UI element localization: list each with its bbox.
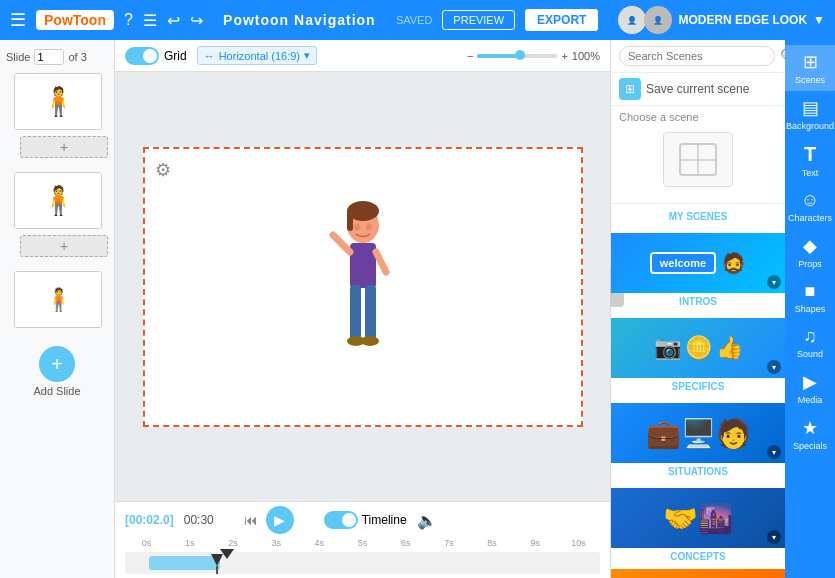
slide-add-icon-2[interactable]: + bbox=[20, 235, 108, 257]
zoom-bar[interactable] bbox=[477, 54, 557, 58]
specifics-arrow: ▾ bbox=[767, 360, 781, 374]
text-icon: T bbox=[804, 143, 816, 166]
scene-placeholder[interactable] bbox=[663, 132, 733, 187]
save-scene-icon: ⊞ bbox=[619, 78, 641, 100]
play-icon: ▶ bbox=[274, 512, 285, 528]
sidebar-item-sound[interactable]: ♫ Sound bbox=[785, 320, 835, 365]
specifics-thumb-img: 📷 🪙 👍 bbox=[611, 318, 785, 378]
sidebar-item-background[interactable]: ▤ Background bbox=[785, 91, 835, 137]
export-button[interactable]: EXPORT bbox=[525, 9, 598, 31]
timeline-toggle-switch[interactable] bbox=[324, 511, 358, 529]
svg-rect-3 bbox=[350, 243, 376, 288]
notes-icon[interactable]: ☰ bbox=[143, 11, 157, 30]
slide-thumb-inner-2: 🧍 bbox=[15, 173, 101, 228]
ruler-7s: 7s bbox=[427, 538, 470, 548]
timeline-pin[interactable] bbox=[211, 554, 223, 574]
specifics-section: 📷 🪙 👍 ▾ SPECIFICS bbox=[611, 314, 785, 399]
scenes-search-bar: 🔍 bbox=[611, 40, 785, 73]
grid-toggle-switch[interactable] bbox=[125, 47, 159, 65]
saved-status: SAVED bbox=[396, 14, 432, 26]
situations-thumbnail[interactable]: 💼🖥️🧑 ▾ bbox=[611, 403, 785, 463]
canvas-toolbar: Grid ↔ Horizontal (16:9) ▾ − + 100% bbox=[115, 40, 610, 72]
sidebar-item-text[interactable]: T Text bbox=[785, 137, 835, 184]
grid-label: Grid bbox=[164, 49, 187, 63]
timeline-track[interactable] bbox=[125, 552, 600, 574]
scenes-search-input[interactable] bbox=[619, 46, 775, 66]
redo-icon[interactable]: ↪ bbox=[190, 11, 203, 30]
ruler-5s: 5s bbox=[341, 538, 384, 548]
play-button[interactable]: ▶ bbox=[266, 506, 294, 534]
intros-label: INTROS bbox=[611, 293, 785, 310]
icon-sidebar: ⊞ Scenes ▤ Background T Text ☺ Character… bbox=[785, 40, 835, 578]
timeline-toggle: Timeline bbox=[324, 511, 407, 529]
grid-toggle[interactable]: Grid bbox=[125, 47, 187, 65]
props-icon-label: Props bbox=[798, 259, 822, 269]
concepts-label: CONCEPTS bbox=[611, 548, 785, 565]
situations-arrow: ▾ bbox=[767, 445, 781, 459]
situations-thumb-img: 💼🖥️🧑 bbox=[611, 403, 785, 463]
slide-row-2: 02 🧍 bbox=[0, 168, 114, 233]
help-icon[interactable]: ? bbox=[124, 11, 133, 29]
svg-point-9 bbox=[361, 336, 379, 346]
canvas-frame[interactable]: ⚙ bbox=[143, 147, 583, 427]
intros-thumbnail[interactable]: welcome 🧔 ▾ bbox=[611, 233, 785, 293]
slide-character-3: 🧍 bbox=[45, 287, 72, 313]
my-scenes-section: MY SCENES bbox=[611, 204, 785, 229]
ruler-1s: 1s bbox=[168, 538, 211, 548]
toggle-knob bbox=[143, 49, 157, 63]
svg-rect-7 bbox=[365, 285, 376, 340]
scenes-icon-label: Scenes bbox=[795, 75, 825, 85]
step-back-icon[interactable]: ⏮ bbox=[244, 512, 258, 528]
scenes-icon: ⊞ bbox=[803, 51, 818, 73]
hamburger-menu[interactable]: ☰ bbox=[10, 9, 26, 31]
aspect-icon: ↔ bbox=[204, 50, 215, 62]
profile-dropdown-arrow[interactable]: ▼ bbox=[813, 13, 825, 27]
pin-arrow bbox=[211, 554, 223, 566]
main-layout: Slide of 3 01 🧍 + 02 🧍 + bbox=[0, 40, 835, 578]
svg-point-11 bbox=[366, 223, 372, 230]
preview-button[interactable]: PREVIEW bbox=[442, 10, 515, 30]
ruler-4s: 4s bbox=[298, 538, 341, 548]
ruler-marks: 0s 1s 2s 3s 4s 5s 6s 7s 8s 9s 10s bbox=[125, 538, 600, 548]
slide-thumbnail-1[interactable]: 🧍 bbox=[14, 73, 102, 130]
sound-icon: ♫ bbox=[803, 326, 817, 347]
save-scene-label: Save current scene bbox=[646, 82, 749, 96]
slide-thumbnail-2[interactable]: 🧍 bbox=[14, 172, 102, 229]
chevron-down-icon: ▾ bbox=[304, 49, 310, 62]
slide-thumbnail-3[interactable]: 🧍 bbox=[14, 271, 102, 328]
app-logo: PowToon bbox=[36, 10, 114, 30]
slide-number-input[interactable] bbox=[34, 49, 64, 65]
user-profile: 👤 👤 MODERN EDGE LOOK ▼ bbox=[618, 6, 825, 34]
sidebar-item-media[interactable]: ▶ Media bbox=[785, 365, 835, 411]
total-duration: 00:30 bbox=[184, 513, 214, 527]
get-started-banner[interactable]: 📢 GET STARTED CLICK HERE bbox=[611, 569, 785, 578]
sidebar-item-characters[interactable]: ☺ Characters bbox=[785, 184, 835, 229]
background-icon-label: Background bbox=[786, 121, 834, 131]
character-figure bbox=[318, 197, 408, 377]
aspect-ratio-dropdown[interactable]: ↔ Horizontal (16:9) ▾ bbox=[197, 46, 317, 65]
sound-icon-label: Sound bbox=[797, 349, 823, 359]
canvas-gear-icon[interactable]: ⚙ bbox=[155, 159, 171, 181]
zoom-minus[interactable]: − bbox=[467, 50, 473, 62]
canvas-area: Grid ↔ Horizontal (16:9) ▾ − + 100% ⚙ bbox=[115, 40, 610, 578]
sidebar-item-specials[interactable]: ★ Specials bbox=[785, 411, 835, 457]
timeline-ruler: 0s 1s 2s 3s 4s 5s 6s 7s 8s 9s 10s bbox=[125, 538, 600, 548]
slide-label: Slide bbox=[6, 51, 30, 63]
sidebar-item-props[interactable]: ◆ Props bbox=[785, 229, 835, 275]
text-icon-label: Text bbox=[802, 168, 819, 178]
choose-scene-label: Choose a scene bbox=[611, 106, 785, 128]
slide-add-icon-1[interactable]: + bbox=[20, 136, 108, 158]
save-scene-button[interactable]: ⊞ Save current scene bbox=[611, 73, 785, 106]
specials-icon: ★ bbox=[802, 417, 818, 439]
specifics-thumbnail[interactable]: 📷 🪙 👍 ▾ bbox=[611, 318, 785, 378]
concepts-thumbnail[interactable]: 🤝🌆 ▾ bbox=[611, 488, 785, 548]
add-slide-button[interactable]: + Add Slide bbox=[33, 346, 80, 397]
svg-rect-2 bbox=[347, 211, 353, 231]
volume-icon[interactable]: 🔈 bbox=[417, 511, 437, 530]
slide-controls: Slide of 3 bbox=[0, 45, 114, 69]
undo-icon[interactable]: ↩ bbox=[167, 11, 180, 30]
username-label: MODERN EDGE LOOK bbox=[678, 13, 807, 27]
zoom-plus[interactable]: + bbox=[561, 50, 567, 62]
sidebar-item-scenes[interactable]: ⊞ Scenes bbox=[785, 45, 835, 91]
sidebar-item-shapes[interactable]: ■ Shapes bbox=[785, 275, 835, 320]
